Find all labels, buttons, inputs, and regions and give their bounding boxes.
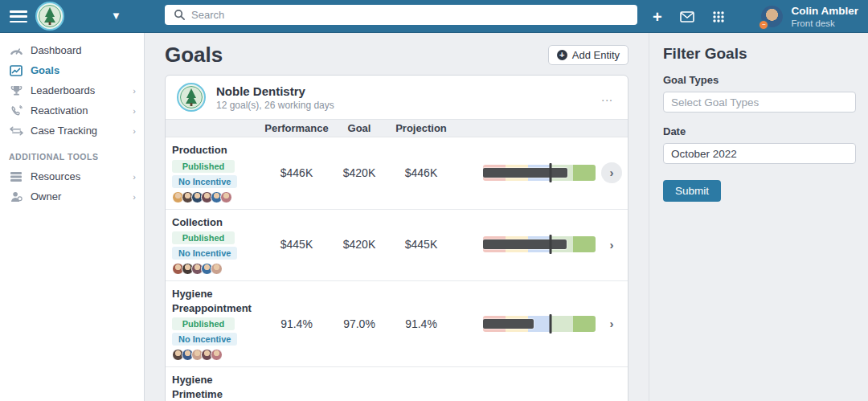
column-goal: Goal bbox=[331, 122, 387, 134]
progress-bar bbox=[483, 316, 596, 332]
performance-fill bbox=[483, 319, 534, 329]
row-expand-chevron[interactable]: › bbox=[601, 313, 622, 334]
goal-tick bbox=[550, 235, 552, 254]
filter-title: Filter Goals bbox=[663, 45, 854, 63]
projection-value: 91.4% bbox=[387, 317, 455, 330]
row-expand-chevron[interactable]: › bbox=[601, 162, 622, 183]
gauge-icon bbox=[9, 44, 23, 57]
sidebar-item-label: Owner bbox=[31, 190, 61, 203]
trophy-icon bbox=[9, 84, 23, 97]
sidebar-item-resources[interactable]: Resources › bbox=[0, 166, 144, 186]
goal-name: Hygiene Primetime Preappointment bbox=[172, 373, 262, 401]
apps-grid-icon[interactable] bbox=[712, 10, 725, 23]
date-label: Date bbox=[663, 125, 854, 137]
no-incentive-badge: No Incentive bbox=[172, 175, 237, 188]
goal-row-hygiene-primetime-preappointment: Hygiene Primetime Preappointment Publish… bbox=[166, 367, 628, 401]
goal-types-select[interactable] bbox=[663, 92, 856, 113]
more-options-icon[interactable]: ... bbox=[598, 91, 616, 104]
chevron-right-icon: › bbox=[133, 172, 136, 182]
chevron-right-icon: › bbox=[133, 192, 136, 202]
chart-icon bbox=[9, 64, 23, 77]
goal-row-collection: Collection Published No Incentive $445K … bbox=[166, 210, 628, 282]
projection-value: $445K bbox=[387, 238, 455, 251]
avatar[interactable] bbox=[220, 191, 232, 203]
sidebar-item-owner[interactable]: Owner › bbox=[0, 186, 144, 207]
practice-logo[interactable] bbox=[35, 2, 64, 31]
server-stack-icon bbox=[9, 170, 23, 183]
goal-name: Production bbox=[172, 143, 262, 158]
progress-bar bbox=[483, 236, 596, 252]
progress-bar bbox=[483, 165, 596, 181]
team-avatars bbox=[172, 191, 262, 203]
chevron-right-icon: › bbox=[133, 126, 136, 136]
search-input[interactable] bbox=[165, 5, 637, 25]
transfer-arrows-icon bbox=[9, 125, 23, 137]
user-role: Front desk bbox=[791, 18, 858, 28]
chevron-down-icon[interactable]: ▼ bbox=[111, 10, 121, 22]
entity-name: Noble Dentistry bbox=[216, 84, 334, 100]
goal-value: $420K bbox=[331, 166, 387, 179]
plus-circle-icon: + bbox=[557, 50, 567, 60]
published-badge: Published bbox=[172, 231, 235, 244]
add-icon[interactable]: + bbox=[653, 9, 662, 25]
sidebar: Dashboard Goals Leaderboards › Reactivat… bbox=[0, 33, 145, 401]
chevron-right-icon: › bbox=[133, 86, 136, 96]
date-input[interactable] bbox=[663, 143, 856, 164]
submit-button[interactable]: Submit bbox=[663, 180, 721, 202]
sidebar-item-label: Leaderboards bbox=[31, 84, 95, 96]
no-incentive-badge: No Incentive bbox=[172, 247, 237, 260]
sidebar-item-label: Case Tracking bbox=[31, 125, 97, 137]
hamburger-menu-icon[interactable] bbox=[10, 10, 27, 23]
goal-name: Collection bbox=[172, 215, 262, 230]
projection-value: $446K bbox=[387, 166, 455, 179]
published-badge: Published bbox=[172, 160, 235, 173]
add-entity-button[interactable]: + Add Entity bbox=[548, 45, 628, 65]
goal-name: Hygiene Preappointment bbox=[172, 287, 262, 315]
goal-row-hygiene-preappointment: Hygiene Preappointment Published No Ince… bbox=[166, 281, 628, 367]
goal-value: 97.0% bbox=[331, 317, 387, 330]
add-entity-label: Add Entity bbox=[572, 49, 620, 61]
global-search bbox=[165, 5, 637, 25]
status-badge: − bbox=[759, 20, 768, 30]
sidebar-item-reactivation[interactable]: Reactivation › bbox=[0, 100, 144, 121]
search-icon bbox=[174, 9, 186, 21]
chevron-right-icon: › bbox=[133, 106, 136, 116]
goals-main-column: Goals + Add Entity Noble Dentistry 12 go… bbox=[145, 33, 649, 401]
avatar[interactable] bbox=[211, 263, 223, 275]
column-performance: Performance bbox=[262, 122, 331, 134]
user-avatar[interactable]: − bbox=[761, 6, 783, 27]
sidebar-item-label: Goals bbox=[31, 64, 59, 76]
performance-fill bbox=[483, 168, 567, 178]
sidebar-item-label: Resources bbox=[31, 170, 80, 182]
phone-icon bbox=[9, 104, 23, 117]
top-navbar: ▼ + − Colin Ambler Front desk bbox=[0, 0, 868, 33]
sidebar-item-goals[interactable]: Goals bbox=[0, 60, 144, 80]
team-avatars bbox=[172, 349, 262, 361]
sidebar-item-leaderboards[interactable]: Leaderboards › bbox=[0, 80, 144, 100]
row-expand-chevron[interactable]: › bbox=[601, 234, 622, 255]
sidebar-item-case-tracking[interactable]: Case Tracking › bbox=[0, 121, 144, 141]
filter-panel: Filter Goals Goal Types Date Submit bbox=[649, 33, 868, 401]
performance-value: 91.4% bbox=[262, 317, 331, 330]
performance-fill bbox=[483, 239, 567, 249]
table-header: Performance Goal Projection bbox=[166, 119, 628, 137]
page-title: Goals bbox=[165, 43, 223, 68]
entity-subtitle: 12 goal(s), 26 working days bbox=[216, 100, 334, 111]
goal-types-label: Goal Types bbox=[663, 74, 854, 86]
goal-tick bbox=[550, 314, 552, 333]
no-incentive-badge: No Incentive bbox=[172, 333, 237, 346]
sidebar-item-dashboard[interactable]: Dashboard bbox=[0, 40, 144, 60]
user-name: Colin Ambler bbox=[791, 5, 858, 18]
sidebar-item-label: Dashboard bbox=[31, 44, 82, 56]
sidebar-section-title: ADDITIONAL TOOLS bbox=[0, 141, 144, 166]
performance-value: $446K bbox=[262, 166, 331, 179]
performance-value: $445K bbox=[262, 238, 331, 251]
person-icon bbox=[9, 190, 23, 203]
published-badge: Published bbox=[172, 317, 235, 330]
avatar[interactable] bbox=[211, 349, 223, 361]
user-menu[interactable]: − Colin Ambler Front desk bbox=[761, 0, 858, 33]
goal-tick bbox=[550, 163, 552, 182]
entity-logo bbox=[177, 83, 206, 112]
column-projection: Projection bbox=[387, 122, 455, 134]
mail-icon[interactable] bbox=[680, 11, 694, 23]
